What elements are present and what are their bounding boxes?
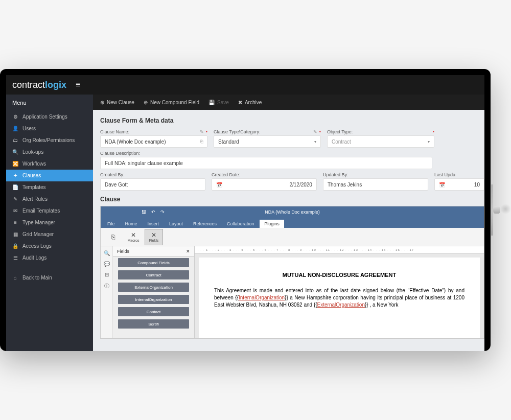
sidebar-item-clauses[interactable]: ✦Clauses (6, 170, 93, 181)
field-contract[interactable]: Contract (118, 270, 189, 279)
clause-type-select[interactable]: Standard▾ (214, 135, 321, 148)
gear-icon: ⚙ (12, 114, 18, 120)
tab-collaboration[interactable]: Collaboration (222, 220, 259, 228)
hamburger-icon[interactable]: ≡ (76, 80, 80, 89)
clause-name-input[interactable]: NDA (Whole Doc example)⎘ (100, 135, 207, 148)
merge-field-internal-org[interactable]: InternalOrganization (239, 295, 285, 300)
close-icon[interactable]: ✕ (186, 249, 190, 254)
created-by-field: Dave Gott (100, 178, 205, 191)
audit-icon: ☰ (12, 255, 18, 261)
undo-icon[interactable]: ↶ (151, 209, 155, 215)
grid-icon: ▦ (12, 231, 18, 237)
sidebar-item-users[interactable]: 👤Users (6, 123, 93, 134)
created-date-label: Created Date: (212, 172, 317, 177)
pencil-icon[interactable]: ✎ (200, 129, 204, 134)
user-icon: 👤 (12, 126, 18, 131)
search-icon[interactable]: 🔍 (104, 250, 110, 256)
pencil-icon: ✎ (12, 196, 18, 202)
created-by-label: Created By: (100, 172, 205, 177)
editor-titlebar: 🖫 ↶ ↷ NDA (Whole Doc example) (101, 206, 484, 218)
search-icon: 🔍 (12, 149, 18, 155)
archive-button[interactable]: ✖Archive (238, 100, 262, 105)
sidebar-item-templates[interactable]: 📄Templates (6, 181, 93, 193)
merge-field-external-org[interactable]: ExternalOrganization (317, 302, 365, 308)
clause-desc-label: Clause Description: (100, 151, 432, 156)
sidebar: Menu ⚙Application Settings 👤Users 🗂Org R… (6, 95, 93, 351)
sidebar-item-back[interactable]: ⌂Back to Main (6, 272, 93, 284)
object-type-label: Object Type:• (327, 129, 434, 134)
editor-tabs: File Home Insert Layout References Colla… (101, 218, 484, 228)
save-button[interactable]: 💾Save (208, 100, 229, 105)
sidebar-item-workflows[interactable]: 🔀Workflows (6, 158, 93, 170)
ribbon-macros[interactable]: ✕Macros (124, 229, 143, 245)
sidebar-item-org-roles[interactable]: 🗂Org Roles/Permissions (6, 134, 93, 146)
chevron-down-icon: ▾ (428, 139, 430, 144)
tab-plugins[interactable]: Plugins (260, 220, 284, 228)
wrench-icon: ✕ (131, 231, 136, 239)
sidebar-item-app-settings[interactable]: ⚙Application Settings (6, 111, 93, 123)
field-contact[interactable]: Contact (118, 307, 189, 316)
list-icon: ≡ (12, 220, 18, 225)
last-updated-label: Last Upda (434, 172, 484, 177)
fields-panel-title: Fields (117, 249, 129, 254)
ribbon-fields[interactable]: ✕Fields (145, 229, 163, 245)
field-sortifi[interactable]: Sortifi (118, 319, 189, 329)
sidebar-title: Menu (6, 95, 93, 111)
field-external-org[interactable]: ExternalOrganization (118, 283, 189, 292)
sidebar-item-alert-rules[interactable]: ✎Alert Rules (6, 193, 93, 205)
clause-name-label: Clause Name:✎• (100, 129, 207, 134)
chevron-down-icon: ▾ (314, 139, 316, 144)
tab-file[interactable]: File (103, 220, 120, 228)
sidebar-item-lookups[interactable]: 🔍Look-ups (6, 146, 93, 158)
editor-ribbon: ⎘ ✕Macros ✕Fields (101, 228, 484, 246)
sidebar-item-type-manager[interactable]: ≡Type Manager (6, 217, 93, 228)
doc-icon: 📄 (12, 184, 18, 190)
lock-icon: 🔒 (12, 243, 18, 249)
redo-icon[interactable]: ↷ (160, 209, 165, 215)
clause-section-title: Clause (100, 196, 484, 203)
updated-by-field: Thomas Jekins (323, 178, 428, 191)
save-icon: 💾 (208, 100, 215, 105)
tab-insert[interactable]: Insert (143, 220, 164, 228)
home-icon: ⌂ (12, 275, 18, 281)
comment-icon[interactable]: 💬 (104, 261, 110, 267)
doc-heading: MUTUAL NON-DISCLOSURE AGREEMENT (214, 272, 464, 278)
new-compound-field-button[interactable]: ⊕New Compound Field (144, 100, 199, 105)
info-icon[interactable]: ⓘ (104, 283, 109, 290)
save-icon[interactable]: 🖫 (142, 209, 146, 215)
ribbon-copy[interactable]: ⎘ (104, 229, 122, 245)
tag-icon: ✦ (12, 173, 18, 178)
close-icon: ✖ (238, 100, 242, 105)
field-compound[interactable]: Compound Fields (118, 258, 189, 267)
last-updated-field: 📅10 (434, 178, 484, 191)
object-type-select[interactable]: Contract▾ (327, 135, 434, 148)
tab-layout[interactable]: Layout (165, 220, 188, 228)
clause-desc-input[interactable]: Full NDA; singular clause example (100, 157, 432, 169)
mail-icon: ✉ (12, 208, 18, 214)
field-internal-org[interactable]: InternalOrganization (118, 295, 189, 304)
calendar-icon: 📅 (216, 182, 222, 188)
document-area: · · · 1 · · · 2 · · · 3 · · · 4 · · · 5 … (195, 246, 484, 338)
updated-by-label: Updated By: (323, 172, 428, 177)
plus-icon: ⊕ (100, 100, 104, 105)
sidebar-item-audit-logs[interactable]: ☰Audit Logs (6, 252, 93, 264)
tab-references[interactable]: References (189, 220, 221, 228)
sidebar-item-grid-manager[interactable]: ▦Grid Manager (6, 228, 93, 240)
doc-paragraph: This Agreement is made and entered into … (214, 287, 464, 309)
tab-home[interactable]: Home (121, 220, 142, 228)
copy-icon[interactable]: ⎘ (200, 139, 203, 144)
pencil-icon[interactable]: ✎ (313, 129, 317, 134)
calendar-icon: 📅 (439, 182, 445, 188)
fields-panel: Fields✕ Compound Fields Contract Externa… (113, 246, 195, 338)
document-page[interactable]: MUTUAL NON-DISCLOSURE AGREEMENT This Agr… (199, 258, 480, 338)
ruler: · · · 1 · · · 2 · · · 3 · · · 4 · · · 5 … (195, 246, 484, 253)
new-clause-button[interactable]: ⊕New Clause (100, 100, 134, 105)
plus-icon: ⊕ (144, 100, 148, 105)
brand-logo: contractlogix (12, 80, 66, 90)
created-date-field: 📅2/12/2020 (212, 178, 317, 191)
copy-icon: ⎘ (111, 234, 115, 241)
sidebar-item-access-logs[interactable]: 🔒Access Logs (6, 240, 93, 252)
sidebar-item-email-templates[interactable]: ✉Email Templates (6, 205, 93, 217)
folder-icon: 🗂 (12, 137, 18, 143)
heading-icon[interactable]: ⊟ (105, 272, 109, 277)
